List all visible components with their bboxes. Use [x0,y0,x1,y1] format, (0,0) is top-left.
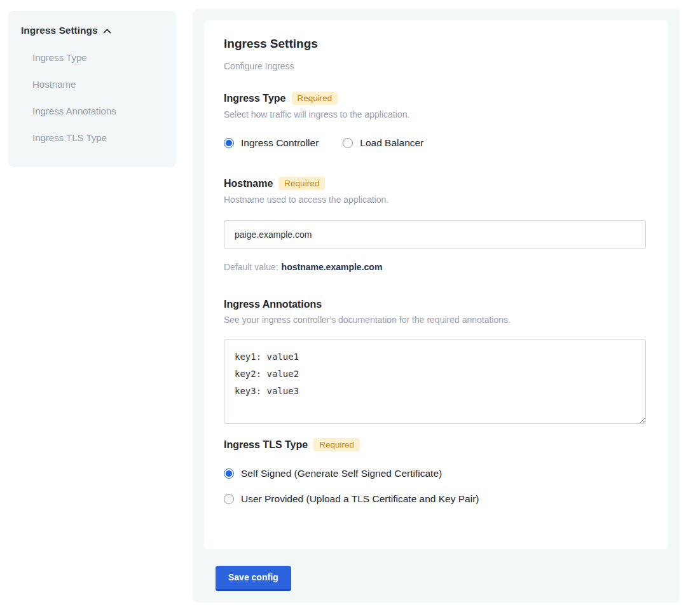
sidebar-item-hostname[interactable]: Hostname [21,71,163,97]
annotations-help: See your ingress controller's documentat… [224,315,648,325]
load-balancer-radio[interactable] [343,138,353,148]
sidebar-item-list: Ingress Type Hostname Ingress Annotation… [21,44,163,151]
config-nav-sidebar: Ingress Settings Ingress Type Hostname I… [8,11,176,167]
required-badge: Required [292,92,338,105]
ingress-type-label: Ingress Type [224,93,286,104]
required-badge: Required [313,438,360,451]
field-hostname: Hostname Required Hostname used to acces… [224,177,648,272]
config-main-panel: Ingress Settings Configure Ingress Ingre… [193,9,680,603]
sidebar-group-ingress-settings[interactable]: Ingress Settings [21,25,163,36]
hostname-input[interactable] [224,220,646,249]
ingress-controller-radio[interactable] [224,138,234,148]
save-config-button[interactable]: Save config [216,566,291,589]
radio-option-user-provided[interactable]: User Provided (Upload a TLS Certificate … [224,493,648,505]
user-provided-radio[interactable] [224,494,234,504]
self-signed-radio[interactable] [224,469,234,479]
radio-option-load-balancer[interactable]: Load Balancer [343,137,423,149]
required-badge: Required [278,177,325,190]
page-subtitle: Configure Ingress [224,61,648,71]
hostname-label: Hostname [224,178,273,189]
default-value: hostname.example.com [282,262,383,272]
field-ingress-tls-type: Ingress TLS Type Required Self Signed (G… [224,438,648,505]
page-title: Ingress Settings [224,37,648,51]
ingress-type-options: Ingress Controller Load Balancer [224,137,648,149]
hostname-default-line: Default value:hostname.example.com [224,262,648,272]
chevron-up-icon [103,29,111,34]
field-ingress-annotations: Ingress Annotations See your ingress con… [224,299,648,427]
ingress-settings-card: Ingress Settings Configure Ingress Ingre… [204,20,668,549]
radio-option-self-signed[interactable]: Self Signed (Generate Self Signed Certif… [224,468,648,479]
hostname-help: Hostname used to access the application. [224,195,648,205]
tls-type-options: Self Signed (Generate Self Signed Certif… [224,468,648,505]
radio-label: Load Balancer [360,137,423,149]
sidebar-item-ingress-type[interactable]: Ingress Type [21,44,163,71]
sidebar-group-label: Ingress Settings [21,25,98,36]
annotations-label: Ingress Annotations [224,299,322,310]
radio-label: Ingress Controller [241,137,319,149]
default-value-label: Default value: [224,262,278,272]
radio-option-ingress-controller[interactable]: Ingress Controller [224,137,319,149]
radio-label: Self Signed (Generate Self Signed Certif… [241,468,442,479]
sidebar-item-ingress-annotations[interactable]: Ingress Annotations [21,97,163,124]
annotations-textarea[interactable]: key1: value1 key2: value2 key3: value3 [224,339,646,424]
tls-type-label: Ingress TLS Type [224,439,308,451]
sidebar-item-ingress-tls-type[interactable]: Ingress TLS Type [21,124,163,151]
radio-label: User Provided (Upload a TLS Certificate … [241,493,479,505]
field-ingress-type: Ingress Type Required Select how traffic… [224,92,648,149]
ingress-type-help: Select how traffic will ingress to the a… [224,109,648,120]
